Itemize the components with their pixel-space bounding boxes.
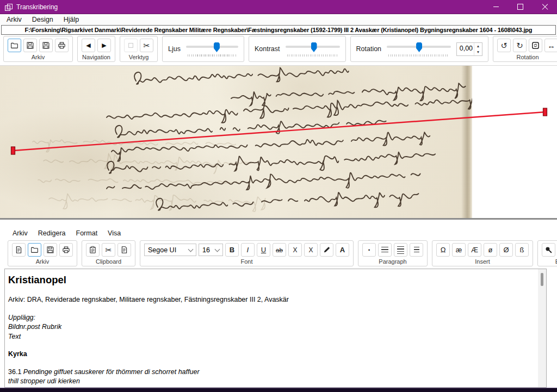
cut-button[interactable]: ✂ <box>102 243 115 257</box>
spin-up-button[interactable]: ▲ <box>474 43 482 49</box>
contrast-slider[interactable] <box>286 41 340 57</box>
print-button[interactable] <box>55 39 69 52</box>
slider-thumb[interactable] <box>416 42 422 52</box>
rotation-spinbox[interactable]: 0,00 ▲ ▼ <box>456 42 482 56</box>
app-icon <box>5 4 12 10</box>
list-style-1-button[interactable] <box>378 243 392 257</box>
editor-line: Text <box>8 332 535 342</box>
search-icon <box>544 246 553 254</box>
flip-horizontal-button[interactable]: ↔ <box>544 39 557 52</box>
bullet-list-button[interactable]: • <box>362 243 376 257</box>
superscript-button[interactable]: X <box>288 243 302 257</box>
insert-AE-button[interactable]: Æ <box>468 243 481 257</box>
insert-eszett-button[interactable]: ß <box>515 243 529 257</box>
group-rotation-fine: Rotation 0,00 ▲ ▼ <box>350 36 489 62</box>
open-folder-icon <box>10 41 18 49</box>
paste-button[interactable] <box>86 243 100 257</box>
group-label: Font <box>240 259 252 265</box>
font-family-value: Segoe UI <box>148 246 176 254</box>
copy-button[interactable] <box>117 243 131 257</box>
save-icon <box>46 246 54 254</box>
editor-line <box>8 287 535 295</box>
group-navigation: ◀ ▶ Navigation <box>77 36 115 62</box>
list-style-2-button[interactable] <box>394 243 407 257</box>
rotate-box-icon <box>531 41 540 49</box>
close-button[interactable] <box>533 0 557 14</box>
maximize-icon <box>517 4 523 10</box>
group-arkiv-editor: Arkiv <box>8 240 77 266</box>
scrollbar-thumb[interactable] <box>541 273 543 286</box>
menu-design[interactable]: Design <box>32 16 53 23</box>
menu-visa[interactable]: Visa <box>108 229 121 237</box>
rotate-right-button[interactable]: ↻ <box>513 39 527 52</box>
brightness-slider[interactable] <box>186 41 238 57</box>
window-bottom-edge <box>0 388 557 392</box>
search-button[interactable] <box>542 243 555 257</box>
new-document-button[interactable] <box>12 243 26 257</box>
editor-line: thill stropper udi kierken <box>8 377 535 387</box>
new-document-icon <box>15 246 23 254</box>
menu-arkiv-editor[interactable]: Arkiv <box>13 229 28 237</box>
menu-redigera[interactable]: Redigera <box>38 229 66 237</box>
menu-format[interactable]: Format <box>76 229 98 237</box>
rotation-slider[interactable] <box>387 41 451 57</box>
file-path-bar: F:\Forskning\Rigsarkivet Danmark\Revider… <box>1 25 556 35</box>
editor-content[interactable]: Kristianopel Arkiv: DRA, Reviderade regn… <box>5 269 546 387</box>
group-label: Arkiv <box>32 54 45 60</box>
maximize-button[interactable] <box>508 0 533 14</box>
contrast-label: Kontrast <box>255 45 280 53</box>
group-label: Navigation <box>82 54 110 60</box>
chevron-down-icon <box>215 246 220 252</box>
slider-ticks <box>188 54 237 57</box>
minimize-button[interactable] <box>484 0 508 14</box>
select-tool-button[interactable] <box>124 39 138 52</box>
editor-scrollbar[interactable] <box>538 269 546 387</box>
highlight-button[interactable] <box>320 243 333 257</box>
editor-line: Kristianopel <box>8 273 535 287</box>
chevron-down-icon <box>188 246 194 252</box>
manuscript-viewport[interactable] <box>0 65 557 220</box>
insert-O-slash-button[interactable]: Ø <box>499 243 513 257</box>
menu-hjalp[interactable]: Hjälp <box>64 16 79 23</box>
save-button[interactable] <box>23 39 37 52</box>
insert-ae-button[interactable]: æ <box>452 243 466 257</box>
list-style-3-button[interactable] <box>410 243 423 257</box>
next-image-button[interactable]: ▶ <box>97 39 111 52</box>
rotation-value[interactable]: 0,00 <box>457 43 474 55</box>
font-family-dropdown[interactable]: Segoe UI <box>144 244 196 256</box>
insert-omega-button[interactable]: Ω <box>436 243 450 257</box>
strikethrough-button[interactable]: ab <box>273 243 286 257</box>
group-label: Arkiv <box>36 259 49 265</box>
slider-thumb[interactable] <box>214 42 220 52</box>
underline-button[interactable]: U <box>257 243 270 257</box>
group-label: Insert <box>475 259 490 265</box>
cut-tool-button[interactable]: ✂ <box>140 39 153 52</box>
open-file-button[interactable] <box>8 39 21 52</box>
insert-o-slash-button[interactable]: ø <box>484 243 497 257</box>
spin-down-button[interactable]: ▼ <box>474 49 482 55</box>
transcription-editor[interactable]: Kristianopel Arkiv: DRA, Reviderade regn… <box>4 269 547 388</box>
alignment-line-overlay <box>0 66 557 218</box>
alignment-handle-right[interactable] <box>543 108 547 116</box>
font-size-dropdown[interactable]: 16 <box>199 244 223 256</box>
subscript-button[interactable]: X <box>304 243 318 257</box>
print-button[interactable] <box>59 243 73 257</box>
open-file-button[interactable] <box>28 243 41 257</box>
rotate-90-button[interactable] <box>529 39 542 52</box>
editor-menubar: Arkiv Redigera Format Visa <box>0 228 557 239</box>
slider-track[interactable] <box>186 46 238 48</box>
font-color-button[interactable]: A <box>336 243 349 257</box>
save-button[interactable] <box>44 243 57 257</box>
alignment-handle-left[interactable] <box>11 147 15 154</box>
previous-image-button[interactable]: ◀ <box>82 39 95 52</box>
menu-arkiv[interactable]: Arkiv <box>7 16 22 23</box>
bold-button[interactable]: B <box>225 243 239 257</box>
alignment-line[interactable] <box>13 112 545 151</box>
rotate-left-button[interactable]: ↺ <box>497 39 511 52</box>
editor-line: Kyrka <box>8 350 535 359</box>
group-label: Clipboard <box>96 259 121 265</box>
editor-line: Arkiv: DRA, Reviderade regnskaber, Milit… <box>8 295 535 305</box>
slider-thumb[interactable] <box>311 42 317 52</box>
save-as-button[interactable] <box>39 39 53 52</box>
italic-button[interactable]: I <box>241 243 255 257</box>
